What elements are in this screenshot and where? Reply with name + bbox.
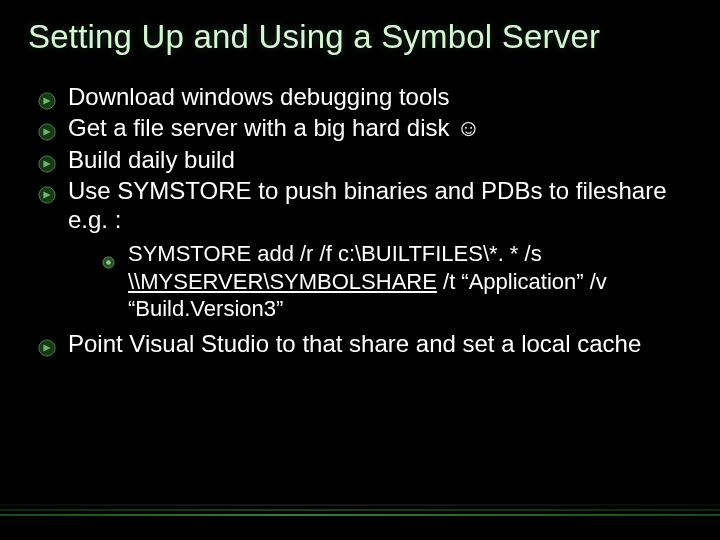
arrow-circle-icon <box>38 181 56 199</box>
arrow-circle-icon <box>38 87 56 105</box>
sub-bullet-item: SYMSTORE add /r /f c:\BUILTFILES\*. * /s… <box>68 240 692 323</box>
bullet-item: Point Visual Studio to that share and se… <box>36 329 692 358</box>
arrow-circle-icon <box>38 118 56 136</box>
slide: Setting Up and Using a Symbol Server Dow… <box>0 0 720 540</box>
bullet-text: Download windows debugging tools <box>68 83 450 110</box>
slide-title: Setting Up and Using a Symbol Server <box>28 18 692 56</box>
bullet-item: Build daily build <box>36 145 692 174</box>
bullet-text: Build daily build <box>68 146 235 173</box>
sub-bullet-list: SYMSTORE add /r /f c:\BUILTFILES\*. * /s… <box>68 240 692 323</box>
bullet-text: Point Visual Studio to that share and se… <box>68 330 641 357</box>
bullet-text: Use SYMSTORE to push binaries and PDBs t… <box>68 177 667 233</box>
bullet-item: Download windows debugging tools <box>36 82 692 111</box>
svg-point-5 <box>106 261 111 266</box>
arrow-circle-icon <box>38 150 56 168</box>
dot-icon <box>102 248 115 261</box>
bullet-item: Get a file server with a big hard disk ☺ <box>36 113 692 142</box>
stripe-line <box>0 514 720 516</box>
stripe-line <box>0 504 720 506</box>
stripe-line <box>0 509 720 511</box>
bullet-text: Get a file server with a big hard disk ☺ <box>68 114 481 141</box>
bullet-list: Download windows debugging tools Get a f… <box>28 82 692 358</box>
arrow-circle-icon <box>38 334 56 352</box>
sub-bullet-text-pre: SYMSTORE add /r /f c:\BUILTFILES\*. * /s <box>128 241 542 266</box>
bullet-item: Use SYMSTORE to push binaries and PDBs t… <box>36 176 692 323</box>
unc-path-link[interactable]: \\MYSERVER\SYMBOLSHARE <box>128 269 437 294</box>
decorative-stripes <box>0 504 720 518</box>
